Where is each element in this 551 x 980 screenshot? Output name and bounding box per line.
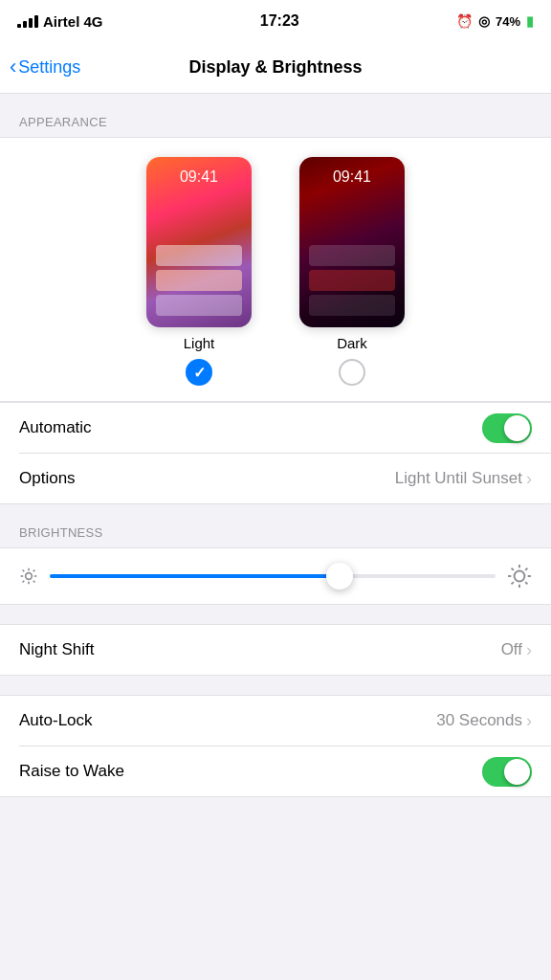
chevron-left-icon: ‹ [10,56,16,78]
dark-preview: 09:41 [299,157,405,327]
auto-lock-label: Auto-Lock [19,711,436,730]
svg-line-17 [525,568,527,570]
dark-label: Dark [337,335,367,351]
brightness-slider-thumb[interactable] [326,563,353,590]
night-shift-card: Night Shift Off › [0,624,551,676]
widget-bar-2 [156,270,242,291]
svg-point-9 [515,571,525,582]
brightness-slider-fill [50,574,340,578]
status-time: 17:23 [260,12,299,30]
svg-line-7 [23,581,25,583]
widget-bar-1 [156,245,242,266]
raise-to-wake-label: Raise to Wake [19,762,482,781]
svg-line-4 [33,581,35,583]
status-right: ⏰ ◎ 74% ▮ [456,13,534,29]
night-shift-label: Night Shift [19,640,501,659]
brightness-section-header: BRIGHTNESS [0,504,551,547]
dark-preview-time: 09:41 [299,168,405,186]
status-bar: Airtel 4G 17:23 ⏰ ◎ 74% ▮ [0,0,551,42]
dark-option[interactable]: 09:41 Dark [299,157,405,386]
lock-wake-card: Auto-Lock 30 Seconds › Raise to Wake [0,695,551,797]
back-label: Settings [18,57,80,78]
nav-bar: ‹ Settings Display & Brightness [0,42,551,94]
dark-preview-widgets [299,241,405,327]
signal-bars-icon [17,15,38,28]
auto-lock-value-container: 30 Seconds › [436,711,532,731]
svg-line-3 [23,570,25,572]
light-label: Light [184,335,215,351]
battery-label: 74% [496,14,520,29]
automatic-section: Automatic Options Light Until Sunset › [0,402,551,504]
night-shift-value: Off [501,640,522,659]
light-preview: 09:41 [146,157,252,327]
options-label: Options [19,469,395,488]
alarm-icon: ⏰ [456,13,473,29]
light-preview-time: 09:41 [146,168,252,186]
options-row[interactable]: Options Light Until Sunset › [0,454,551,503]
brightness-high-icon [507,564,532,589]
back-button[interactable]: ‹ Settings [10,57,80,78]
automatic-toggle[interactable] [482,413,532,443]
raise-to-wake-row: Raise to Wake [0,746,551,796]
brightness-low-icon [19,567,38,586]
options-value-container: Light Until Sunset › [395,469,532,489]
svg-line-8 [33,570,35,572]
brightness-slider-track[interactable] [50,574,496,578]
appearance-card: 09:41 Light 09:41 Dark [0,137,551,402]
options-chevron-icon: › [526,469,532,489]
page-title: Display & Brightness [188,57,362,78]
gap-1 [0,605,551,624]
raise-to-wake-toggle[interactable] [482,757,532,787]
options-value: Light Until Sunset [395,469,522,488]
night-shift-chevron-icon: › [526,640,532,660]
automatic-label: Automatic [19,418,482,437]
brightness-row [19,564,532,589]
svg-line-16 [512,582,514,584]
widget-bar-3 [156,295,242,316]
svg-line-12 [512,568,514,570]
dark-radio[interactable] [339,359,365,386]
automatic-row: Automatic [0,403,551,453]
toggle-thumb [504,415,530,441]
night-shift-value-container: Off › [501,640,532,660]
dark-widget-bar-1 [309,245,395,266]
svg-line-13 [525,582,527,584]
status-left: Airtel 4G [17,13,103,30]
gap-2 [0,676,551,695]
dark-widget-bar-2 [309,270,395,291]
battery-icon: ▮ [526,13,534,29]
raise-to-wake-toggle-thumb [504,759,530,785]
brightness-card [0,547,551,605]
light-radio[interactable] [186,359,212,386]
auto-lock-chevron-icon: › [526,711,532,731]
appearance-options: 09:41 Light 09:41 Dark [0,157,551,386]
night-shift-row[interactable]: Night Shift Off › [0,625,551,675]
svg-point-0 [26,573,33,580]
light-option[interactable]: 09:41 Light [146,157,252,386]
automatic-card: Automatic Options Light Until Sunset › [0,402,551,504]
auto-lock-value: 30 Seconds [436,711,522,730]
appearance-section-header: APPEARANCE [0,94,551,137]
auto-lock-row[interactable]: Auto-Lock 30 Seconds › [0,696,551,746]
carrier-label: Airtel 4G [43,13,103,30]
dark-widget-bar-3 [309,295,395,316]
light-preview-widgets [146,241,252,327]
location-icon: ◎ [478,13,490,29]
